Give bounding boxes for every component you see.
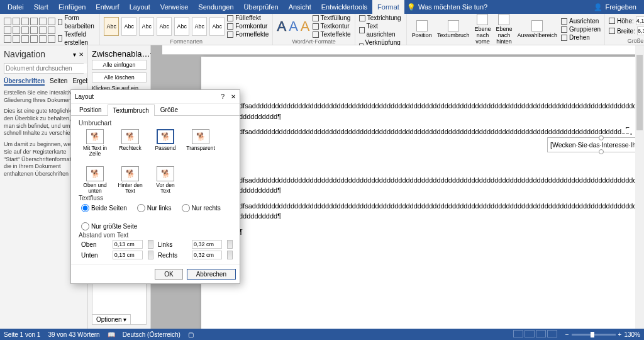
paragraph[interactable]: dfsadddddddddddddddddddddddddddddddddddd…: [239, 175, 641, 196]
shape-style-6[interactable]: Abc: [192, 17, 207, 36]
status-spellcheck-icon[interactable]: 📖: [108, 331, 115, 338]
create-textfield-button[interactable]: Textfeld erstellen: [58, 30, 96, 47]
text-fill-button[interactable]: Textfüllung: [313, 14, 351, 22]
shapes-gallery[interactable]: [4, 18, 55, 43]
bring-forward-button[interactable]: Ebene nach vorne: [473, 14, 492, 45]
tab-ueberpruefen[interactable]: Überprüfen: [239, 0, 284, 14]
nav-search[interactable]: 🔍 ▾: [4, 63, 84, 74]
dist-bottom-input[interactable]: [113, 251, 143, 259]
text-direction-button[interactable]: Textrichtung: [359, 14, 402, 22]
shape-style-7[interactable]: Abc: [209, 17, 225, 36]
nav-tab-pages[interactable]: Seiten: [50, 77, 67, 86]
dialog-ok-button[interactable]: OK: [155, 269, 182, 280]
shape-outline-button[interactable]: Formkontur: [227, 22, 269, 30]
wrap-opt-inline[interactable]: 🐕Mit Text in Zeile: [82, 129, 108, 156]
text-align-button[interactable]: Text ausrichten: [359, 22, 402, 38]
group-button[interactable]: Gruppieren: [561, 25, 601, 33]
align-button[interactable]: Ausrichten: [561, 17, 601, 25]
send-backward-button[interactable]: Ebene nach hinten: [494, 14, 513, 45]
dist-left-input[interactable]: [192, 240, 222, 249]
edit-shape-button[interactable]: Form bearbeiten: [58, 14, 96, 30]
textflow-both[interactable]: Beide Seiten: [81, 204, 127, 212]
nav-tab-headings[interactable]: Überschriften: [4, 77, 45, 86]
wrap-opt-tight[interactable]: 🐕Passend: [153, 129, 178, 156]
dialog-close-icon[interactable]: ✕: [231, 93, 236, 100]
tab-start[interactable]: Start: [29, 0, 53, 14]
clear-all-button[interactable]: Alle löschen: [92, 72, 147, 82]
tab-entwurf[interactable]: Entwurf: [91, 0, 124, 14]
textflow-largest[interactable]: Nur größte Seite: [81, 222, 137, 230]
position-button[interactable]: Position: [411, 20, 433, 38]
zoom-in-button[interactable]: +: [618, 331, 622, 338]
text-effects-button[interactable]: Texteffekte: [313, 30, 351, 38]
tab-sendungen[interactable]: Sendungen: [193, 0, 238, 14]
dist-right-spin[interactable]: [227, 251, 233, 259]
paragraph[interactable]: ¶: [239, 227, 641, 237]
wrap-opt-through[interactable]: 🐕Transparent: [188, 129, 213, 156]
tab-layout[interactable]: Layout: [125, 0, 155, 14]
dist-left-spin[interactable]: [227, 240, 233, 249]
zoom-out-button[interactable]: −: [565, 331, 569, 338]
shape-style-1[interactable]: Abc: [104, 17, 119, 36]
nav-tab-results[interactable]: Ergebnisse: [72, 77, 88, 86]
layout-options-button[interactable]: ⌐: [621, 121, 634, 133]
selection-pane-button[interactable]: Auswahlbereich: [516, 20, 558, 38]
shape-style-4[interactable]: Abc: [157, 17, 172, 36]
text-box-callout[interactable]: [Wecken·Sie·das·Interesse·Ihrer·Leser·mi…: [547, 137, 644, 152]
share-button[interactable]: 👤 Freigeben: [589, 3, 641, 11]
tab-datei[interactable]: Datei: [3, 0, 29, 14]
textwrap-button[interactable]: Textumbruch: [436, 20, 471, 38]
wrap-opt-behind[interactable]: 🐕Hinter den Text: [118, 166, 143, 193]
dist-right-input[interactable]: [192, 251, 222, 259]
dist-top-input[interactable]: [113, 240, 143, 249]
view-buttons[interactable]: [513, 330, 558, 339]
status-macro-icon[interactable]: ▢: [188, 331, 194, 338]
paragraph[interactable]: dfsadddddddddddddddddddddddddddddddddddd…: [239, 127, 641, 137]
dialog-help-icon[interactable]: ?: [221, 93, 225, 100]
paste-all-button[interactable]: Alle einfügen: [92, 60, 147, 70]
nav-search-input[interactable]: [4, 64, 87, 73]
dialog-cancel-button[interactable]: Abbrechen: [187, 269, 236, 280]
nav-pin-icon[interactable]: ▾: [73, 51, 76, 58]
shape-effects-button[interactable]: Formeffekte: [227, 30, 269, 38]
tab-ansicht[interactable]: Ansicht: [284, 0, 316, 14]
shape-style-5[interactable]: Abc: [174, 17, 189, 36]
document-page[interactable]: dfsadddddddddddddddddddddddddddddddddddd…: [201, 57, 644, 329]
clipboard-options-button[interactable]: Optionen ▾: [92, 314, 131, 325]
shape-style-3[interactable]: Abc: [139, 17, 154, 36]
tab-entwicklertools[interactable]: Entwicklertools: [316, 0, 372, 14]
zoom-slider[interactable]: [572, 334, 616, 336]
wrap-opt-front[interactable]: 🐕Vor den Text: [153, 166, 178, 193]
dist-bottom-spin[interactable]: [148, 251, 153, 259]
dist-top-spin[interactable]: [148, 240, 153, 249]
nav-close-icon[interactable]: ✕: [79, 51, 84, 58]
zoom-value[interactable]: 130%: [624, 331, 640, 338]
textflow-right[interactable]: Nur rechts: [182, 204, 221, 212]
paragraph[interactable]: dfsadddddddddddddddddddddddddddddddddddd…: [239, 101, 641, 122]
dialog-tab-position[interactable]: Position: [74, 104, 108, 115]
width-field[interactable]: Breite:: [609, 26, 644, 35]
rotate-button[interactable]: Drehen: [561, 33, 601, 42]
tell-me[interactable]: 💡 Was möchten Sie tun?: [407, 3, 487, 11]
wrap-opt-topbottom[interactable]: 🐕Oben und unten: [82, 166, 108, 193]
wrap-opt-square[interactable]: 🐕Rechteck: [118, 129, 143, 156]
paragraph[interactable]: dfsadddddddddddddddddddddddddddddddddddd…: [239, 201, 641, 222]
tab-format[interactable]: Format: [372, 0, 404, 14]
tab-einfuegen[interactable]: Einfügen: [53, 0, 91, 14]
height-field[interactable]: Höhe:: [609, 16, 644, 25]
shape-fill-button[interactable]: Fülleffekt: [227, 14, 269, 22]
textflow-left[interactable]: Nur links: [137, 204, 172, 212]
dist-right-label: Rechts: [158, 252, 188, 259]
status-page[interactable]: Seite 1 von 1: [4, 331, 40, 338]
dialog-tab-textwrap[interactable]: Textumbruch: [108, 105, 155, 116]
shape-style-2[interactable]: Abc: [121, 17, 136, 36]
tab-verweise[interactable]: Verweise: [155, 0, 194, 14]
status-language[interactable]: Deutsch (Österreich): [123, 331, 180, 338]
status-words[interactable]: 39 von 43 Wörtern: [48, 331, 99, 338]
horizontal-ruler[interactable]: [162, 45, 644, 55]
dialog-tab-size[interactable]: Größe: [155, 104, 184, 115]
wordart-gallery[interactable]: AAA: [277, 18, 309, 35]
vertical-scrollbar[interactable]: [635, 45, 644, 329]
wrap-front-icon: 🐕: [157, 166, 174, 181]
text-outline-button[interactable]: Textkontur: [313, 22, 351, 30]
